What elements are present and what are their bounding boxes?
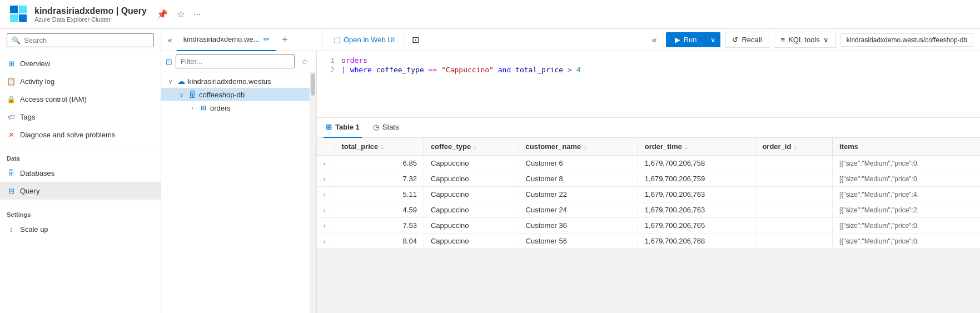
sidebar-item-activity-log[interactable]: 📋 Activity log [0,72,161,90]
add-tab-button[interactable]: + [278,34,291,46]
sidebar-item-scale-up[interactable]: ↕ Scale up [0,220,161,238]
tab-stats[interactable]: ◷ Stats [371,118,401,138]
results-tabs: ⊞ Table 1 ◷ Stats [317,118,980,138]
favorite-button[interactable]: ☆ [175,8,187,21]
tree-star-button[interactable]: ☆ [298,55,312,68]
sidebar-search-area: 🔍 [0,29,161,52]
more-button[interactable]: ··· [191,8,203,21]
header-title-block: kindrasiriadxdemo | Query Azure Data Exp… [34,6,147,23]
activity-icon: 📋 [7,77,16,86]
cluster-icon: ☁ [177,77,186,86]
db-label: coffeeshop-db [199,91,245,99]
open-web-ui-label: Open in Web UI [344,36,395,44]
col-filter-icon[interactable]: ≡ [380,143,384,150]
results-data-table: total_price ≡ coffee_type ≡ [317,138,980,249]
cell-coffee-type: Cappuccino [424,187,519,202]
tree-node-cluster[interactable]: ∨ ☁ kindrasiriadxdemo.westus [161,74,310,88]
search-box[interactable]: 🔍 [7,33,154,47]
line-number-1: 1 [324,56,335,64]
kql-dropdown-icon: ∨ [823,36,829,44]
diagnose-icon: ✕ [7,130,16,139]
cell-customer-name: Customer 6 [519,156,638,171]
th-expand [317,138,335,156]
table-body: › 6.85 Cappuccino Customer 6 1,679,700,2… [317,156,980,249]
sidebar-item-label: Activity log [20,77,54,86]
tree-panel: ⊡ ☆ ∨ ☁ kindrasiriadxdemo.westus [161,51,317,313]
table-header-row: total_price ≡ coffee_type ≡ [317,138,980,156]
cell-total-price: 4.59 [335,202,424,218]
app-logo [9,4,29,24]
row-expand-cell[interactable]: › [317,233,335,249]
cell-customer-name: Customer 24 [519,202,638,218]
and-keyword: and [498,66,515,74]
tab-stats-label: Stats [382,123,399,131]
split-layout: ⊡ ☆ ∨ ☁ kindrasiriadxdemo.westus [161,51,980,313]
recall-button[interactable]: ↺ Recall [725,32,769,48]
page-subtitle: Azure Data Explorer Cluster [34,16,147,23]
sidebar-item-tags[interactable]: 🏷 Tags [0,108,161,126]
copy-button[interactable]: ⊡ [409,32,422,47]
pin-button[interactable]: 📌 [155,8,170,21]
cell-order-id [755,171,833,187]
svg-rect-0 [10,6,18,13]
cell-order-time: 1,679,700,206,768 [638,233,755,249]
th-total-price: total_price ≡ [335,138,424,156]
table-row: › 6.85 Cappuccino Customer 6 1,679,700,2… [317,156,980,171]
sidebar-item-label: Query [20,187,39,195]
cell-order-id [755,156,833,171]
tree-scrollbar[interactable] [310,72,316,313]
table-row: › 8.04 Cappuccino Customer 56 1,679,700,… [317,233,980,249]
cell-total-price: 5.11 [335,187,424,202]
run-button[interactable]: ▶ Run [666,32,706,47]
tree-node-db[interactable]: ∨ 🗄 coffeeshop-db [161,88,310,101]
content-area: « kindrasiriadxdemo.we... ✏ + ⬚ Open in … [161,29,980,313]
th-items: items [832,138,980,156]
th-order-time: order_time ≡ [638,138,755,156]
toolbar-divider-1 [404,33,404,47]
cell-coffee-type: Cappuccino [424,156,519,171]
search-input[interactable] [24,36,149,44]
row-expand-cell[interactable]: › [317,171,335,187]
kql-tools-button[interactable]: ≡ KQL tools ∨ [774,32,836,48]
tree-content: ∨ ☁ kindrasiriadxdemo.westus ∨ 🗄 coffees… [161,72,310,313]
svg-rect-3 [19,14,27,22]
tab-edit-button[interactable]: ✏ [263,35,270,43]
table-row: › 5.11 Cappuccino Customer 22 1,679,700,… [317,187,980,202]
external-link-icon: ⬚ [334,36,340,44]
kql-tools-label: KQL tools [788,36,820,44]
sidebar-item-diagnose[interactable]: ✕ Diagnose and solve problems [0,126,161,143]
svg-rect-2 [10,14,18,22]
tab-table1[interactable]: ⊞ Table 1 [324,118,362,138]
cell-items: [{"size":"Medium","price":2. [832,202,980,218]
cell-coffee-type: Cappuccino [424,233,519,249]
collapse-right-button[interactable]: « [650,33,659,47]
open-web-ui-button[interactable]: ⬚ Open in Web UI [329,33,399,46]
tree-filter-input[interactable] [176,54,295,68]
filter-icon: ⊡ [166,57,172,66]
sidebar-item-access-control[interactable]: 🔒 Access control (IAM) [0,90,161,108]
row-expand-cell[interactable]: › [317,156,335,171]
col-filter-icon[interactable]: ≡ [684,143,688,150]
sidebar-item-overview[interactable]: ⊞ Overview [0,54,161,72]
query-icon: ⊟ [7,186,16,195]
th-coffee-type: coffee_type ≡ [424,138,519,156]
expand-icon: ∨ [166,78,175,85]
row-expand-cell[interactable]: › [317,218,335,233]
collapse-left-button[interactable]: « [166,36,175,44]
expand-icon: ∨ [177,92,186,98]
cell-order-id [755,218,833,233]
tab-main[interactable]: kindrasiriadxdemo.we... ✏ [177,29,277,51]
kql-editor[interactable]: 1 orders 2 | where coffee_type == "Cappu… [317,51,980,118]
page-title: kindrasiriadxdemo | Query [34,6,147,16]
col-filter-icon[interactable]: ≡ [473,143,476,150]
tree-node-table[interactable]: › ⊞ orders [161,101,310,115]
row-expand-cell[interactable]: › [317,202,335,218]
row-expand-cell[interactable]: › [317,187,335,202]
col-filter-icon[interactable]: ≡ [793,143,797,150]
cell-order-id [755,187,833,202]
run-icon: ▶ [675,36,680,44]
sidebar-item-databases[interactable]: 🗄 Databases [0,164,161,182]
sidebar-item-query[interactable]: ⊟ Query [0,182,161,200]
run-dropdown-button[interactable]: ∨ [705,32,720,47]
col-filter-icon[interactable]: ≡ [583,143,586,150]
